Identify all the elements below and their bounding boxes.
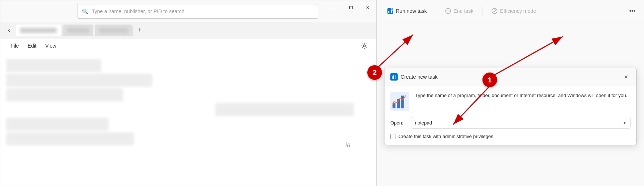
run-new-task-label: Run new task xyxy=(396,8,427,14)
more-options-button[interactable]: ••• xyxy=(626,5,638,17)
efficiency-mode-icon xyxy=(491,8,498,14)
blurred-row-4 xyxy=(215,103,354,116)
tab-2-label xyxy=(67,28,89,33)
menu-edit[interactable]: Edit xyxy=(23,41,41,51)
blurred-row-3 xyxy=(6,88,123,101)
svg-rect-15 xyxy=(395,75,395,79)
svg-rect-6 xyxy=(388,11,389,13)
dialog-open-input[interactable]: notepad ▼ xyxy=(411,117,630,129)
end-task-icon xyxy=(445,8,451,14)
menu-view[interactable]: View xyxy=(41,41,61,51)
tab-back-button[interactable]: ‹ xyxy=(4,25,14,36)
end-task-label: End task xyxy=(454,8,473,14)
maximize-button[interactable]: ⧠ xyxy=(342,0,359,15)
admin-privileges-label: Create this task with administrative pri… xyxy=(398,134,495,139)
create-new-task-dialog: Create new task ✕ Type the name of a pro… xyxy=(384,68,637,145)
dialog-open-value: notepad xyxy=(415,120,432,126)
tab-add-button[interactable]: + xyxy=(134,25,144,36)
dialog-checkbox-row: Create this task with administrative pri… xyxy=(390,134,630,139)
run-new-task-button[interactable]: + Run new task xyxy=(383,5,431,16)
menu-bar: File Edit View xyxy=(0,38,376,53)
svg-rect-7 xyxy=(390,10,390,13)
dialog-info-row: Type the name of a program, folder, docu… xyxy=(390,92,630,111)
menu-file[interactable]: File xyxy=(6,41,23,51)
toolbar-separator-1 xyxy=(436,7,436,15)
efficiency-mode-button[interactable]: Efficiency mode xyxy=(487,5,541,16)
blurred-row-6 xyxy=(6,132,134,145)
efficiency-mode-label: Efficiency mode xyxy=(500,8,536,14)
blurred-row-5 xyxy=(6,118,109,131)
svg-rect-13 xyxy=(392,76,393,79)
svg-text:+: + xyxy=(392,8,393,10)
svg-point-4 xyxy=(363,45,365,47)
run-task-icon: + xyxy=(387,8,394,14)
tab-bar: ‹ + xyxy=(0,22,376,38)
settings-icon[interactable] xyxy=(359,40,370,52)
tab-label xyxy=(20,28,57,33)
dialog-title: Create new task xyxy=(401,74,619,80)
dialog-header: Create new task ✕ xyxy=(384,68,636,86)
dialog-icon xyxy=(390,73,398,81)
blurred-row-2 xyxy=(6,74,152,87)
dialog-description: Type the name of a program, folder, docu… xyxy=(415,92,627,99)
blurred-row-1 xyxy=(6,59,101,72)
svg-rect-19 xyxy=(401,96,404,108)
close-button[interactable]: ✕ xyxy=(359,0,376,15)
toolbar: + Run new task End task Efficiency mode … xyxy=(377,0,644,22)
dialog-close-button[interactable]: ✕ xyxy=(622,72,630,81)
toolbar-separator-2 xyxy=(482,7,482,15)
task-manager-panel: 🔍 Type a name, publisher, or PID to sear… xyxy=(0,0,376,186)
partial-text: ia xyxy=(345,141,351,149)
dialog-chart-icon xyxy=(390,92,409,111)
svg-rect-14 xyxy=(393,75,394,79)
search-bar[interactable]: 🔍 Type a name, publisher, or PID to sear… xyxy=(77,4,318,19)
search-icon: 🔍 xyxy=(82,8,88,14)
tab-2[interactable] xyxy=(62,25,93,36)
dialog-body: Type the name of a program, folder, docu… xyxy=(384,86,636,145)
window-controls: — ⧠ ✕ xyxy=(326,0,376,15)
search-input-placeholder: Type a name, publisher, or PID to search xyxy=(92,8,185,14)
minimize-button[interactable]: — xyxy=(326,0,342,15)
admin-privileges-checkbox[interactable] xyxy=(390,134,395,139)
tab-active[interactable] xyxy=(16,25,61,36)
dialog-open-label: Open: xyxy=(390,120,406,126)
content-area: ia xyxy=(0,53,376,186)
tab-3[interactable] xyxy=(95,25,133,36)
more-icon: ••• xyxy=(629,8,636,14)
right-panel: + Run new task End task Efficiency mode … xyxy=(376,0,644,186)
end-task-button[interactable]: End task xyxy=(440,5,478,16)
combo-arrow-icon: ▼ xyxy=(623,121,626,125)
tab-3-label xyxy=(99,28,128,33)
dialog-open-row: Open: notepad ▼ xyxy=(390,117,630,129)
